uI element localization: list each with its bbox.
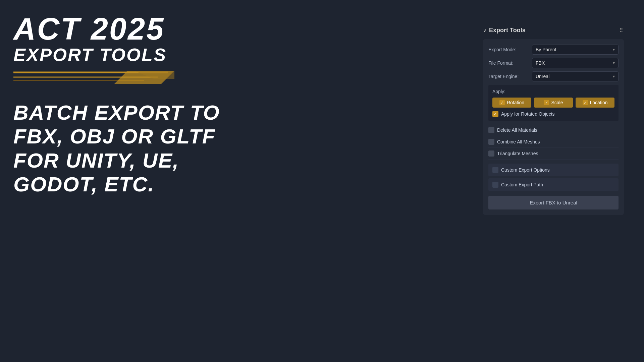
- apply-rotated-row: ✓ Apply for Rotated Objects: [492, 111, 614, 117]
- apply-buttons-row: ✓ Rotation ✓ Scale ✓ Location: [492, 98, 614, 108]
- panel-body: Export Mode: By Parent ▾ File Format: FB…: [483, 39, 624, 215]
- app-subtitle: EXPORT TOOLS: [13, 46, 238, 64]
- panel-menu-dots-icon[interactable]: ⠿: [619, 27, 624, 34]
- delete-materials-row: Delete All Materials: [488, 124, 619, 136]
- triangulate-row: Triangulate Meshes: [488, 148, 619, 160]
- apply-section: Apply: ✓ Rotation ✓ Scale ✓ Location ✓ A…: [488, 85, 619, 121]
- file-format-row: File Format: FBX ▾: [488, 58, 619, 68]
- custom-path-row[interactable]: Custom Export Path: [488, 178, 619, 191]
- hero-text: BATCH EXPORT TO FBX, OBJ OR GLTF FOR UNI…: [13, 101, 238, 196]
- scale-button[interactable]: ✓ Scale: [534, 98, 573, 108]
- collapse-chevron-icon[interactable]: ∨: [483, 28, 486, 33]
- scale-checkbox-icon: ✓: [544, 100, 549, 105]
- export-mode-row: Export Mode: By Parent ▾: [488, 45, 619, 55]
- target-engine-select[interactable]: Unreal ▾: [532, 71, 619, 81]
- triangulate-checkbox[interactable]: [488, 150, 494, 157]
- target-engine-value: Unreal: [536, 74, 549, 79]
- app-title: ACT 2025: [13, 13, 238, 44]
- file-format-arrow-icon: ▾: [613, 61, 615, 65]
- custom-options-checkbox[interactable]: [492, 167, 498, 173]
- left-panel: ACT 2025 EXPORT TOOLS BATCH EXPORT TO FB…: [0, 0, 252, 362]
- panel-title: Export Tools: [489, 27, 526, 34]
- custom-path-checkbox[interactable]: [492, 182, 498, 188]
- file-format-select[interactable]: FBX ▾: [532, 58, 619, 68]
- triangulate-label: Triangulate Meshes: [497, 151, 538, 156]
- apply-rotated-checkbox[interactable]: ✓: [492, 111, 498, 117]
- file-format-label: File Format:: [488, 60, 532, 66]
- target-engine-label: Target Engine:: [488, 74, 532, 79]
- export-mode-select[interactable]: By Parent ▾: [532, 45, 619, 55]
- apply-rotated-label: Apply for Rotated Objects: [501, 111, 555, 117]
- location-checkbox-icon: ✓: [583, 100, 588, 105]
- rotation-checkbox-icon: ✓: [499, 100, 505, 105]
- apply-label: Apply:: [492, 89, 614, 94]
- panel-header-left: ∨ Export Tools: [483, 27, 526, 34]
- target-engine-arrow-icon: ▾: [613, 74, 615, 79]
- custom-path-label: Custom Export Path: [501, 182, 543, 187]
- combine-meshes-checkbox[interactable]: [488, 139, 494, 145]
- location-label: Location: [590, 100, 608, 105]
- export-mode-label: Export Mode:: [488, 47, 532, 52]
- rotation-button[interactable]: ✓ Rotation: [492, 98, 531, 108]
- export-button[interactable]: Export FBX to Unreal: [488, 196, 619, 209]
- custom-options-label: Custom Export Options: [501, 167, 550, 173]
- target-engine-row: Target Engine: Unreal ▾: [488, 71, 619, 81]
- location-button[interactable]: ✓ Location: [576, 98, 614, 108]
- delete-materials-checkbox[interactable]: [488, 127, 494, 133]
- decorative-divider: [13, 69, 174, 90]
- custom-options-row[interactable]: Custom Export Options: [488, 164, 619, 176]
- right-panel: ∨ Export Tools ⠿ Export Mode: By Parent …: [483, 27, 624, 215]
- export-mode-value: By Parent: [536, 47, 556, 52]
- delete-materials-label: Delete All Materials: [497, 127, 537, 133]
- combine-meshes-label: Combine All Meshes: [497, 139, 540, 144]
- scale-label: Scale: [551, 100, 563, 105]
- panel-header: ∨ Export Tools ⠿: [483, 27, 624, 34]
- rotation-label: Rotation: [507, 100, 524, 105]
- file-format-value: FBX: [536, 60, 545, 66]
- export-mode-arrow-icon: ▾: [613, 47, 615, 52]
- combine-meshes-row: Combine All Meshes: [488, 136, 619, 148]
